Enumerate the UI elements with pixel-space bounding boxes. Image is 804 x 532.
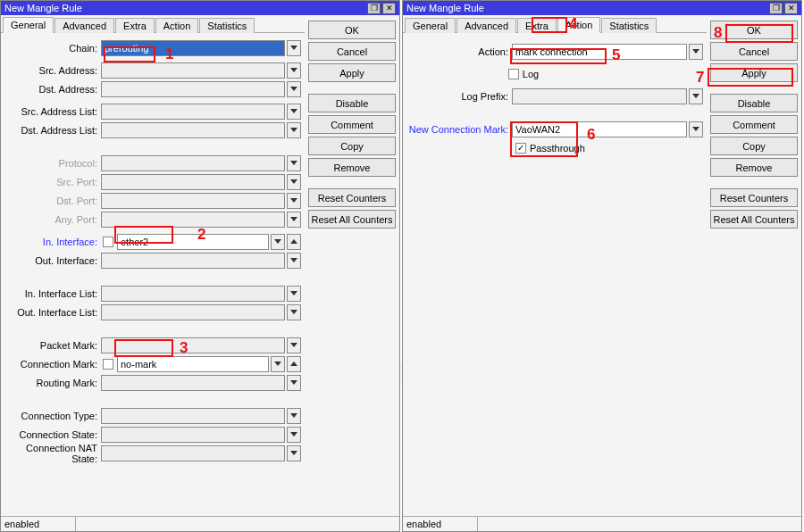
log-prefix-expand[interactable] <box>689 88 703 104</box>
tab-general[interactable]: General <box>3 17 54 33</box>
reset-counters-button[interactable]: Reset Counters <box>308 188 396 207</box>
input-in-interface[interactable]: ether2 <box>117 234 269 250</box>
input-connection-type[interactable] <box>101 408 285 424</box>
input-in-interface-list[interactable] <box>101 286 285 302</box>
connection-state-expand[interactable] <box>287 427 301 443</box>
close-button[interactable]: ✕ <box>784 3 798 14</box>
input-action[interactable]: mark connection <box>512 44 687 60</box>
log-checkbox[interactable] <box>508 69 519 79</box>
status-text: enabled <box>406 517 478 531</box>
connection-mark-dropdown[interactable] <box>271 356 285 372</box>
label-protocol: Protocol: <box>4 158 101 169</box>
out-interface-list-expand[interactable] <box>287 304 301 320</box>
tab-extra[interactable]: Extra <box>517 18 557 33</box>
dst-address-list-expand[interactable] <box>287 122 301 138</box>
window-title: New Mangle Rule <box>406 3 484 13</box>
label-packet-mark: Packet Mark: <box>4 340 101 351</box>
tabs: General Advanced Extra Action Statistics <box>1 15 305 33</box>
input-src-address[interactable] <box>101 62 285 79</box>
input-out-interface[interactable] <box>101 253 285 269</box>
apply-button[interactable]: Apply <box>308 63 396 82</box>
connection-type-expand[interactable] <box>287 408 301 424</box>
src-address-expand[interactable] <box>287 62 301 79</box>
label-action: Action: <box>406 46 512 57</box>
input-connection-state[interactable] <box>101 427 285 443</box>
remove-button[interactable]: Remove <box>710 158 798 177</box>
dst-address-expand[interactable] <box>287 81 301 97</box>
ok-button[interactable]: OK <box>710 21 798 39</box>
disable-button[interactable]: Disable <box>308 94 396 112</box>
packet-mark-expand[interactable] <box>287 337 301 353</box>
button-panel: OK Cancel Apply Disable Comment Copy Rem… <box>305 15 399 516</box>
input-connection-nat-state[interactable] <box>101 445 285 461</box>
reset-counters-button[interactable]: Reset Counters <box>710 188 798 207</box>
in-interface-dropdown[interactable] <box>271 234 285 250</box>
protocol-expand[interactable] <box>287 155 301 171</box>
cancel-button[interactable]: Cancel <box>710 42 798 61</box>
action-dropdown[interactable] <box>689 44 703 60</box>
apply-button[interactable]: Apply <box>710 63 798 82</box>
connection-nat-state-expand[interactable] <box>287 445 301 461</box>
remove-button[interactable]: Remove <box>308 158 396 177</box>
dst-port-expand[interactable] <box>287 193 301 209</box>
input-dst-address-list[interactable] <box>101 122 285 138</box>
input-chain[interactable]: prerouting <box>101 40 285 56</box>
src-address-list-expand[interactable] <box>287 104 301 120</box>
connection-mark-collapse[interactable] <box>287 356 301 372</box>
disable-button[interactable]: Disable <box>710 94 798 112</box>
any-port-expand[interactable] <box>287 212 301 228</box>
label-passthrough: Passthrough <box>530 143 585 154</box>
tab-action[interactable]: Action <box>557 17 601 33</box>
titlebar[interactable]: New Mangle Rule ❐ ✕ <box>1 1 399 15</box>
input-dst-port <box>101 193 285 209</box>
input-protocol[interactable] <box>101 155 285 171</box>
in-interface-negate[interactable] <box>103 237 113 247</box>
in-interface-list-expand[interactable] <box>287 286 301 302</box>
input-new-connection-mark[interactable]: VaoWAN2 <box>512 121 687 137</box>
status-text: enabled <box>4 517 76 531</box>
comment-button[interactable]: Comment <box>308 115 396 134</box>
src-port-expand[interactable] <box>287 174 301 190</box>
chain-dropdown-button[interactable] <box>287 40 301 56</box>
restore-button[interactable]: ❐ <box>769 3 783 14</box>
tab-action[interactable]: Action <box>155 18 199 33</box>
input-dst-address[interactable] <box>101 81 285 97</box>
label-log: Log <box>523 69 539 79</box>
passthrough-checkbox[interactable]: ✓ <box>515 143 526 154</box>
routing-mark-expand[interactable] <box>287 375 301 391</box>
tab-advanced[interactable]: Advanced <box>54 18 114 33</box>
titlebar[interactable]: New Mangle Rule ❐ ✕ <box>403 1 801 15</box>
comment-button[interactable]: Comment <box>710 115 798 134</box>
tab-statistics[interactable]: Statistics <box>601 18 657 33</box>
tab-advanced[interactable]: Advanced <box>456 18 516 33</box>
reset-all-counters-button[interactable]: Reset All Counters <box>710 210 798 229</box>
close-button[interactable]: ✕ <box>382 3 396 14</box>
input-routing-mark[interactable] <box>101 375 285 391</box>
input-connection-mark[interactable]: no-mark <box>117 356 269 372</box>
label-in-interface: In. Interface: <box>4 237 101 247</box>
input-log-prefix[interactable] <box>512 88 687 104</box>
tab-general[interactable]: General <box>405 18 456 33</box>
new-connection-mark-dropdown[interactable] <box>689 121 703 137</box>
label-out-interface: Out. Interface: <box>4 255 101 266</box>
copy-button[interactable]: Copy <box>710 137 798 155</box>
input-out-interface-list[interactable] <box>101 304 285 320</box>
form-action: Action: mark connection Log Log Prefix: … <box>403 33 707 516</box>
cancel-button[interactable]: Cancel <box>308 42 396 61</box>
copy-button[interactable]: Copy <box>308 137 396 155</box>
in-interface-collapse[interactable] <box>287 234 301 250</box>
ok-button[interactable]: OK <box>308 21 396 39</box>
reset-all-counters-button[interactable]: Reset All Counters <box>308 210 396 229</box>
input-packet-mark[interactable] <box>101 337 285 353</box>
tab-statistics[interactable]: Statistics <box>199 18 255 33</box>
restore-button[interactable]: ❐ <box>367 3 381 14</box>
tabs: General Advanced Extra Action Statistics <box>403 15 707 33</box>
label-dst-port: Dst. Port: <box>4 195 101 206</box>
connection-mark-negate[interactable] <box>103 359 113 370</box>
input-src-port <box>101 174 285 190</box>
input-src-address-list[interactable] <box>101 104 285 120</box>
tab-extra[interactable]: Extra <box>115 18 155 33</box>
label-dst-address-list: Dst. Address List: <box>4 125 101 136</box>
label-connection-state: Connection State: <box>4 429 101 440</box>
out-interface-expand[interactable] <box>287 253 301 269</box>
